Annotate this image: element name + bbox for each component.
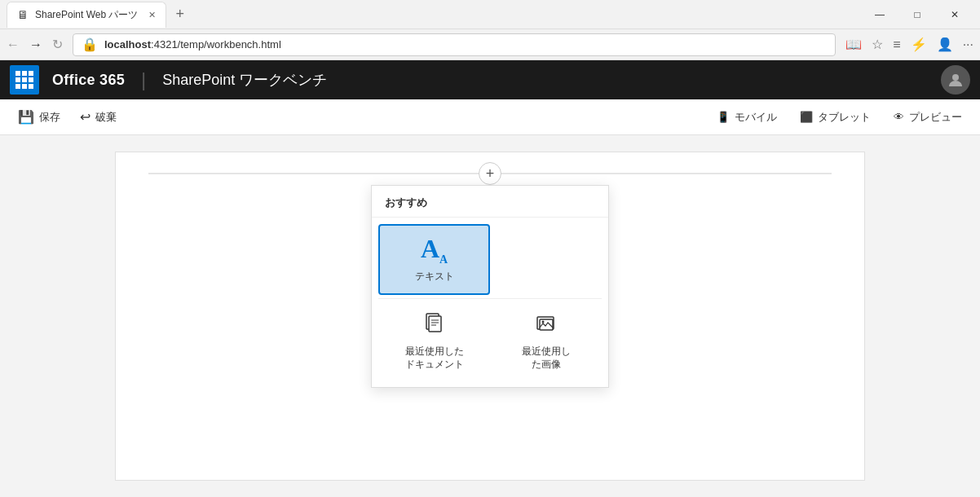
maximize-button[interactable]: □: [898, 2, 936, 28]
grid-dots-icon: [15, 71, 33, 89]
webpart-picker-panel: おすすめ AA テキスト: [371, 185, 609, 388]
address-bar[interactable]: 🔒 localhost:4321/temp/workbench.html: [73, 33, 836, 56]
grid-menu-button[interactable]: [10, 65, 39, 95]
canvas: + おすすめ AA テキスト: [115, 152, 865, 481]
more-btn[interactable]: ···: [963, 37, 973, 52]
recent-docs-label: 最近使用したドキュメント: [405, 345, 464, 371]
header-separator: |: [141, 68, 146, 91]
preview-label: プレビュー: [909, 110, 962, 125]
svg-rect-2: [429, 316, 441, 332]
discard-button[interactable]: ↩ 破棄: [72, 106, 125, 128]
discard-label: 破棄: [95, 110, 117, 125]
preview-icon: 👁: [894, 111, 904, 123]
account-btn[interactable]: 👤: [937, 37, 953, 52]
save-icon: 💾: [18, 109, 34, 125]
save-label: 保存: [39, 110, 60, 125]
toolbar-left: 💾 保存 ↩ 破棄: [10, 106, 125, 128]
panel-header: おすすめ: [372, 186, 608, 218]
panel-item-recent-docs[interactable]: 最近使用したドキュメント: [378, 302, 490, 380]
mobile-icon: 📱: [717, 111, 730, 123]
menu-btn[interactable]: ≡: [893, 37, 900, 52]
browser-actions: 📖 ☆ ≡ ⚡ 👤 ···: [845, 37, 973, 52]
main-content: + おすすめ AA テキスト: [0, 135, 980, 497]
panel-empty-cell: [490, 224, 602, 295]
text-icon: AA: [421, 235, 448, 266]
close-button[interactable]: ✕: [936, 2, 973, 28]
lock-icon: 🔒: [82, 37, 98, 52]
address-domain: localhost:4321/temp/workbench.html: [104, 38, 281, 51]
forward-button[interactable]: →: [29, 37, 42, 52]
recent-docs-icon: [423, 312, 446, 341]
page-title: SharePoint ワークベンチ: [162, 70, 327, 90]
tablet-icon: ⬛: [800, 111, 813, 123]
recent-images-icon: [535, 312, 558, 341]
toolbar: 💾 保存 ↩ 破棄 📱 モバイル ⬛ タブレット 👁 プレビュー: [0, 99, 980, 135]
panel-divider: [378, 298, 602, 299]
mobile-label: モバイル: [735, 110, 777, 125]
browser-tab[interactable]: 🖥 SharePoint Web パーツ ✕: [7, 2, 166, 28]
app-header: Office 365 | SharePoint ワークベンチ: [0, 60, 980, 99]
back-button[interactable]: ←: [7, 37, 20, 52]
tablet-label: タブレット: [818, 110, 871, 125]
tablet-button[interactable]: ⬛ タブレット: [792, 107, 879, 128]
svg-point-0: [952, 74, 959, 81]
tab-favicon: 🖥: [17, 8, 29, 21]
extensions-btn[interactable]: ⚡: [911, 37, 927, 52]
save-button[interactable]: 💾 保存: [10, 106, 68, 128]
window-controls: — □ ✕: [861, 2, 973, 28]
panel-item-text[interactable]: AA テキスト: [378, 224, 490, 295]
tab-title: SharePoint Web パーツ: [35, 8, 139, 22]
new-tab-button[interactable]: +: [170, 6, 192, 23]
discard-icon: ↩: [80, 109, 90, 125]
text-label: テキスト: [415, 270, 454, 284]
minimize-button[interactable]: —: [861, 2, 898, 28]
bookmark-btn[interactable]: ☆: [872, 37, 883, 52]
recent-images-label: 最近使用した画像: [522, 345, 571, 371]
mobile-button[interactable]: 📱 モバイル: [709, 107, 785, 128]
preview-button[interactable]: 👁 プレビュー: [885, 107, 970, 128]
refresh-button[interactable]: ↻: [52, 37, 63, 52]
svg-point-8: [541, 320, 544, 323]
browser-titlebar: 🖥 SharePoint Web パーツ ✕ + — □ ✕: [0, 0, 980, 29]
toolbar-right: 📱 モバイル ⬛ タブレット 👁 プレビュー: [709, 107, 970, 128]
browser-controls: ← → ↻ 🔒 localhost:4321/temp/workbench.ht…: [0, 29, 980, 60]
panel-item-recent-images[interactable]: 最近使用した画像: [490, 302, 602, 380]
panel-grid: AA テキスト: [372, 218, 608, 387]
tab-close-btn[interactable]: ✕: [148, 10, 156, 20]
add-webpart-button[interactable]: +: [479, 162, 501, 185]
reading-view-btn[interactable]: 📖: [845, 37, 862, 52]
office-brand: Office 365: [52, 72, 125, 89]
user-avatar[interactable]: [941, 65, 970, 95]
